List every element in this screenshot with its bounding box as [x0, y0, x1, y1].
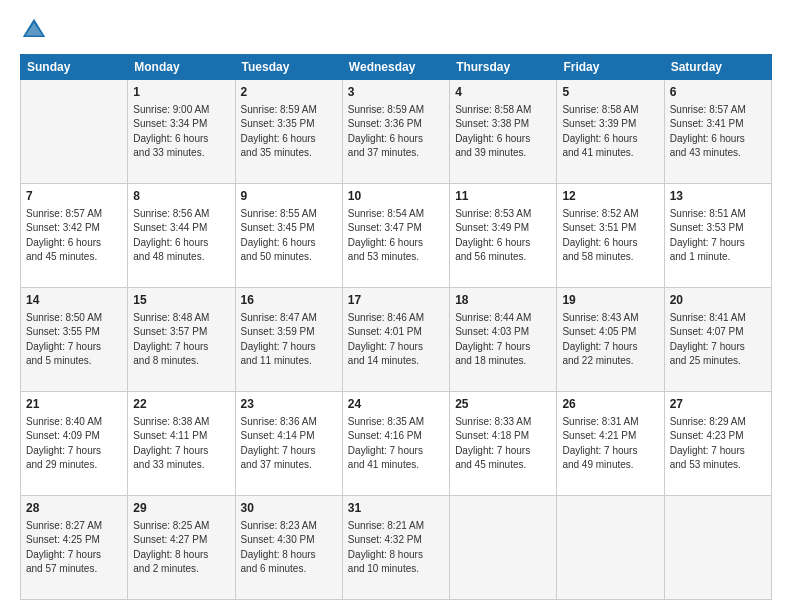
- calendar-cell: 4Sunrise: 8:58 AMSunset: 3:38 PMDaylight…: [450, 80, 557, 184]
- calendar-week-row: 7Sunrise: 8:57 AMSunset: 3:42 PMDaylight…: [21, 184, 772, 288]
- weekday-header-tuesday: Tuesday: [235, 55, 342, 80]
- weekday-header-wednesday: Wednesday: [342, 55, 449, 80]
- calendar-cell: 23Sunrise: 8:36 AMSunset: 4:14 PMDayligh…: [235, 392, 342, 496]
- calendar-cell: 27Sunrise: 8:29 AMSunset: 4:23 PMDayligh…: [664, 392, 771, 496]
- calendar-week-row: 14Sunrise: 8:50 AMSunset: 3:55 PMDayligh…: [21, 288, 772, 392]
- day-info: Sunrise: 8:25 AMSunset: 4:27 PMDaylight:…: [133, 520, 209, 575]
- calendar-cell: 8Sunrise: 8:56 AMSunset: 3:44 PMDaylight…: [128, 184, 235, 288]
- day-info: Sunrise: 8:38 AMSunset: 4:11 PMDaylight:…: [133, 416, 209, 471]
- day-info: Sunrise: 8:59 AMSunset: 3:36 PMDaylight:…: [348, 104, 424, 159]
- day-number: 29: [133, 500, 229, 517]
- calendar-cell: [664, 496, 771, 600]
- day-info: Sunrise: 8:52 AMSunset: 3:51 PMDaylight:…: [562, 208, 638, 263]
- calendar-cell: 30Sunrise: 8:23 AMSunset: 4:30 PMDayligh…: [235, 496, 342, 600]
- calendar-cell: 18Sunrise: 8:44 AMSunset: 4:03 PMDayligh…: [450, 288, 557, 392]
- day-info: Sunrise: 8:46 AMSunset: 4:01 PMDaylight:…: [348, 312, 424, 367]
- calendar-cell: 20Sunrise: 8:41 AMSunset: 4:07 PMDayligh…: [664, 288, 771, 392]
- day-number: 28: [26, 500, 122, 517]
- calendar-cell: 25Sunrise: 8:33 AMSunset: 4:18 PMDayligh…: [450, 392, 557, 496]
- calendar-cell: 12Sunrise: 8:52 AMSunset: 3:51 PMDayligh…: [557, 184, 664, 288]
- day-info: Sunrise: 8:44 AMSunset: 4:03 PMDaylight:…: [455, 312, 531, 367]
- day-info: Sunrise: 8:41 AMSunset: 4:07 PMDaylight:…: [670, 312, 746, 367]
- day-number: 16: [241, 292, 337, 309]
- day-info: Sunrise: 8:48 AMSunset: 3:57 PMDaylight:…: [133, 312, 209, 367]
- day-number: 31: [348, 500, 444, 517]
- day-number: 22: [133, 396, 229, 413]
- day-info: Sunrise: 8:56 AMSunset: 3:44 PMDaylight:…: [133, 208, 209, 263]
- day-number: 21: [26, 396, 122, 413]
- day-number: 13: [670, 188, 766, 205]
- calendar-cell: 5Sunrise: 8:58 AMSunset: 3:39 PMDaylight…: [557, 80, 664, 184]
- day-number: 25: [455, 396, 551, 413]
- day-number: 14: [26, 292, 122, 309]
- logo-icon: [20, 16, 48, 44]
- day-number: 11: [455, 188, 551, 205]
- day-number: 12: [562, 188, 658, 205]
- weekday-header-thursday: Thursday: [450, 55, 557, 80]
- day-number: 23: [241, 396, 337, 413]
- header: [20, 16, 772, 44]
- calendar-cell: [21, 80, 128, 184]
- calendar-cell: 6Sunrise: 8:57 AMSunset: 3:41 PMDaylight…: [664, 80, 771, 184]
- calendar-cell: 28Sunrise: 8:27 AMSunset: 4:25 PMDayligh…: [21, 496, 128, 600]
- day-info: Sunrise: 8:54 AMSunset: 3:47 PMDaylight:…: [348, 208, 424, 263]
- day-info: Sunrise: 8:58 AMSunset: 3:39 PMDaylight:…: [562, 104, 638, 159]
- day-number: 30: [241, 500, 337, 517]
- calendar-cell: 2Sunrise: 8:59 AMSunset: 3:35 PMDaylight…: [235, 80, 342, 184]
- calendar-cell: 22Sunrise: 8:38 AMSunset: 4:11 PMDayligh…: [128, 392, 235, 496]
- day-number: 4: [455, 84, 551, 101]
- calendar-header: SundayMondayTuesdayWednesdayThursdayFrid…: [21, 55, 772, 80]
- day-number: 2: [241, 84, 337, 101]
- day-number: 1: [133, 84, 229, 101]
- day-info: Sunrise: 8:59 AMSunset: 3:35 PMDaylight:…: [241, 104, 317, 159]
- day-info: Sunrise: 8:21 AMSunset: 4:32 PMDaylight:…: [348, 520, 424, 575]
- day-info: Sunrise: 8:51 AMSunset: 3:53 PMDaylight:…: [670, 208, 746, 263]
- weekday-header-row: SundayMondayTuesdayWednesdayThursdayFrid…: [21, 55, 772, 80]
- day-info: Sunrise: 8:29 AMSunset: 4:23 PMDaylight:…: [670, 416, 746, 471]
- calendar-cell: 14Sunrise: 8:50 AMSunset: 3:55 PMDayligh…: [21, 288, 128, 392]
- day-number: 7: [26, 188, 122, 205]
- day-number: 6: [670, 84, 766, 101]
- calendar-cell: 16Sunrise: 8:47 AMSunset: 3:59 PMDayligh…: [235, 288, 342, 392]
- day-info: Sunrise: 8:57 AMSunset: 3:41 PMDaylight:…: [670, 104, 746, 159]
- calendar-cell: 29Sunrise: 8:25 AMSunset: 4:27 PMDayligh…: [128, 496, 235, 600]
- day-info: Sunrise: 8:50 AMSunset: 3:55 PMDaylight:…: [26, 312, 102, 367]
- day-number: 10: [348, 188, 444, 205]
- calendar-cell: [557, 496, 664, 600]
- day-info: Sunrise: 8:57 AMSunset: 3:42 PMDaylight:…: [26, 208, 102, 263]
- calendar-cell: 11Sunrise: 8:53 AMSunset: 3:49 PMDayligh…: [450, 184, 557, 288]
- calendar-cell: 19Sunrise: 8:43 AMSunset: 4:05 PMDayligh…: [557, 288, 664, 392]
- calendar-cell: 24Sunrise: 8:35 AMSunset: 4:16 PMDayligh…: [342, 392, 449, 496]
- day-info: Sunrise: 8:33 AMSunset: 4:18 PMDaylight:…: [455, 416, 531, 471]
- day-number: 20: [670, 292, 766, 309]
- page: SundayMondayTuesdayWednesdayThursdayFrid…: [0, 0, 792, 612]
- calendar-cell: 31Sunrise: 8:21 AMSunset: 4:32 PMDayligh…: [342, 496, 449, 600]
- weekday-header-friday: Friday: [557, 55, 664, 80]
- day-info: Sunrise: 8:27 AMSunset: 4:25 PMDaylight:…: [26, 520, 102, 575]
- calendar-cell: 7Sunrise: 8:57 AMSunset: 3:42 PMDaylight…: [21, 184, 128, 288]
- day-info: Sunrise: 8:40 AMSunset: 4:09 PMDaylight:…: [26, 416, 102, 471]
- day-info: Sunrise: 8:47 AMSunset: 3:59 PMDaylight:…: [241, 312, 317, 367]
- day-number: 15: [133, 292, 229, 309]
- day-info: Sunrise: 8:36 AMSunset: 4:14 PMDaylight:…: [241, 416, 317, 471]
- calendar-cell: 13Sunrise: 8:51 AMSunset: 3:53 PMDayligh…: [664, 184, 771, 288]
- calendar-cell: 21Sunrise: 8:40 AMSunset: 4:09 PMDayligh…: [21, 392, 128, 496]
- calendar-cell: 15Sunrise: 8:48 AMSunset: 3:57 PMDayligh…: [128, 288, 235, 392]
- calendar-cell: 9Sunrise: 8:55 AMSunset: 3:45 PMDaylight…: [235, 184, 342, 288]
- weekday-header-monday: Monday: [128, 55, 235, 80]
- logo: [20, 16, 52, 44]
- calendar-cell: 26Sunrise: 8:31 AMSunset: 4:21 PMDayligh…: [557, 392, 664, 496]
- day-number: 9: [241, 188, 337, 205]
- calendar-week-row: 1Sunrise: 9:00 AMSunset: 3:34 PMDaylight…: [21, 80, 772, 184]
- calendar-table: SundayMondayTuesdayWednesdayThursdayFrid…: [20, 54, 772, 600]
- day-number: 27: [670, 396, 766, 413]
- day-info: Sunrise: 8:55 AMSunset: 3:45 PMDaylight:…: [241, 208, 317, 263]
- day-info: Sunrise: 8:31 AMSunset: 4:21 PMDaylight:…: [562, 416, 638, 471]
- day-info: Sunrise: 8:58 AMSunset: 3:38 PMDaylight:…: [455, 104, 531, 159]
- calendar-cell: 17Sunrise: 8:46 AMSunset: 4:01 PMDayligh…: [342, 288, 449, 392]
- day-number: 26: [562, 396, 658, 413]
- calendar-cell: [450, 496, 557, 600]
- day-number: 5: [562, 84, 658, 101]
- weekday-header-saturday: Saturday: [664, 55, 771, 80]
- calendar-cell: 1Sunrise: 9:00 AMSunset: 3:34 PMDaylight…: [128, 80, 235, 184]
